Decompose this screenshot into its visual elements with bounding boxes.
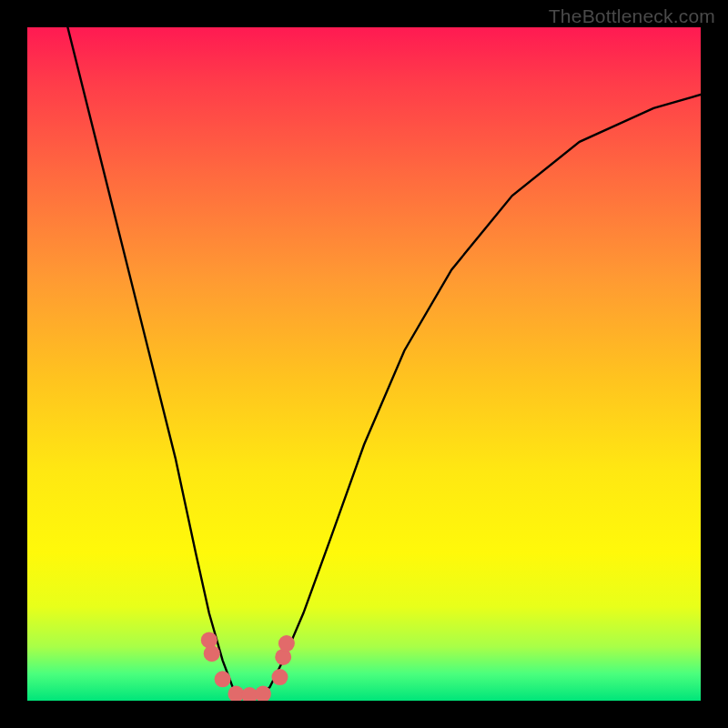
bottleneck-curve bbox=[67, 27, 701, 697]
curve-marker bbox=[204, 645, 220, 662]
plot-area bbox=[27, 27, 701, 701]
curve-layer bbox=[27, 27, 701, 701]
chart-frame: TheBottleneck.com bbox=[0, 0, 728, 728]
curve-marker bbox=[201, 632, 217, 648]
curve-marker bbox=[272, 669, 288, 685]
curve-marker bbox=[215, 671, 231, 687]
curve-marker bbox=[278, 635, 295, 652]
watermark-text: TheBottleneck.com bbox=[549, 5, 715, 27]
